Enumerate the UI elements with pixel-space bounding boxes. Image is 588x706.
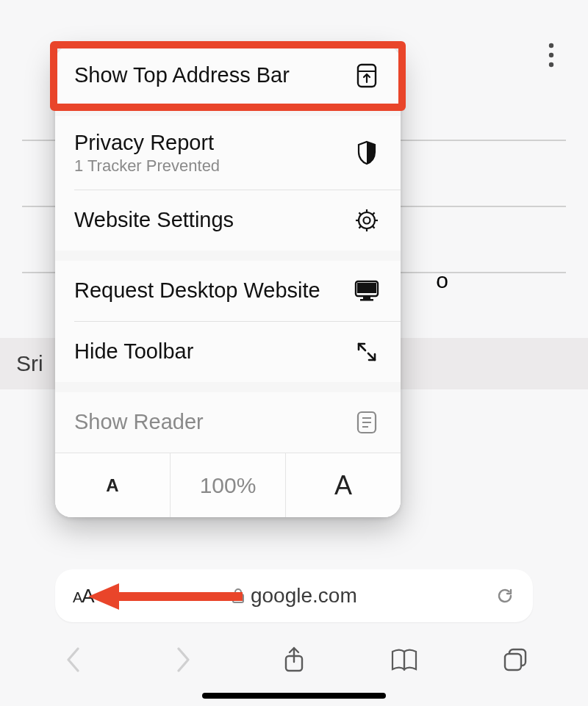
home-indicator — [202, 693, 386, 699]
cut-off-text: o — [436, 268, 448, 293]
tabs-icon — [502, 646, 528, 673]
svg-rect-18 — [360, 299, 373, 301]
bookmarks-button[interactable] — [388, 644, 420, 676]
aA-small-glyph: A — [73, 589, 82, 605]
lock-icon — [232, 588, 245, 604]
menu-item-show-reader: Show Reader — [55, 392, 401, 453]
svg-point-2 — [549, 62, 553, 67]
share-button[interactable] — [278, 644, 310, 676]
back-button[interactable] — [57, 644, 89, 676]
desktop-icon — [352, 276, 381, 306]
svg-line-20 — [368, 353, 375, 360]
footer-label: Sri — [16, 351, 43, 376]
more-vertical-icon — [548, 42, 555, 68]
aA-button[interactable]: AA — [73, 585, 94, 608]
svg-rect-25 — [233, 594, 243, 602]
reload-button[interactable] — [495, 586, 515, 606]
screen: o Sri Show Top Address Bar Priv — [0, 0, 588, 706]
text-size-larger[interactable]: A — [285, 453, 401, 517]
chevron-right-icon — [176, 646, 192, 673]
address-bar-center[interactable]: google.com — [94, 584, 495, 608]
svg-rect-31 — [505, 654, 521, 670]
more-options-button[interactable] — [537, 40, 566, 70]
privacy-report-subtitle: 1 Tracker Prevented — [74, 156, 220, 175]
menu-item-label: Privacy Report 1 Tracker Prevented — [74, 131, 220, 176]
forward-button[interactable] — [168, 644, 200, 676]
privacy-report-label: Privacy Report — [74, 131, 214, 154]
menu-item-label: Show Reader — [74, 410, 204, 434]
menu-item-label: Request Desktop Website — [74, 278, 320, 303]
svg-rect-16 — [357, 283, 376, 293]
svg-line-13 — [359, 226, 361, 228]
svg-point-0 — [549, 43, 553, 48]
share-icon — [283, 646, 305, 674]
address-bar-domain: google.com — [251, 584, 357, 608]
address-bar-top-icon — [352, 61, 381, 90]
menu-item-show-top-address-bar[interactable]: Show Top Address Bar — [55, 46, 401, 106]
svg-point-6 — [364, 217, 370, 224]
shield-icon — [352, 138, 381, 168]
menu-item-request-desktop[interactable]: Request Desktop Website — [55, 261, 401, 321]
aA-large-glyph: A — [82, 585, 93, 607]
menu-item-website-settings[interactable]: Website Settings — [55, 190, 401, 251]
svg-line-12 — [373, 226, 375, 228]
text-size-smaller[interactable]: A — [55, 453, 170, 517]
menu-item-label: Show Top Address Bar — [74, 63, 290, 87]
svg-rect-17 — [363, 297, 370, 299]
gear-icon — [352, 206, 381, 235]
menu-item-label: Hide Toolbar — [74, 339, 193, 364]
tabs-button[interactable] — [499, 644, 531, 676]
svg-line-19 — [359, 344, 365, 350]
svg-point-1 — [549, 53, 553, 57]
svg-line-14 — [373, 212, 375, 215]
menu-item-privacy-report[interactable]: Privacy Report 1 Tracker Prevented — [55, 116, 401, 190]
chevron-left-icon — [65, 646, 81, 673]
book-icon — [390, 647, 419, 672]
menu-item-label: Website Settings — [74, 208, 234, 232]
text-size-zoom-value: 100% — [170, 453, 285, 517]
bottom-toolbar — [0, 639, 588, 680]
address-bar[interactable]: AA google.com — [55, 569, 533, 622]
svg-point-5 — [359, 212, 375, 228]
menu-item-hide-toolbar[interactable]: Hide Toolbar — [55, 322, 401, 382]
text-size-control: A 100% A — [55, 453, 401, 517]
svg-line-11 — [359, 212, 361, 215]
reader-icon — [352, 408, 381, 437]
aA-popover: Show Top Address Bar Privacy Report 1 Tr… — [55, 46, 401, 517]
expand-icon — [352, 337, 381, 367]
